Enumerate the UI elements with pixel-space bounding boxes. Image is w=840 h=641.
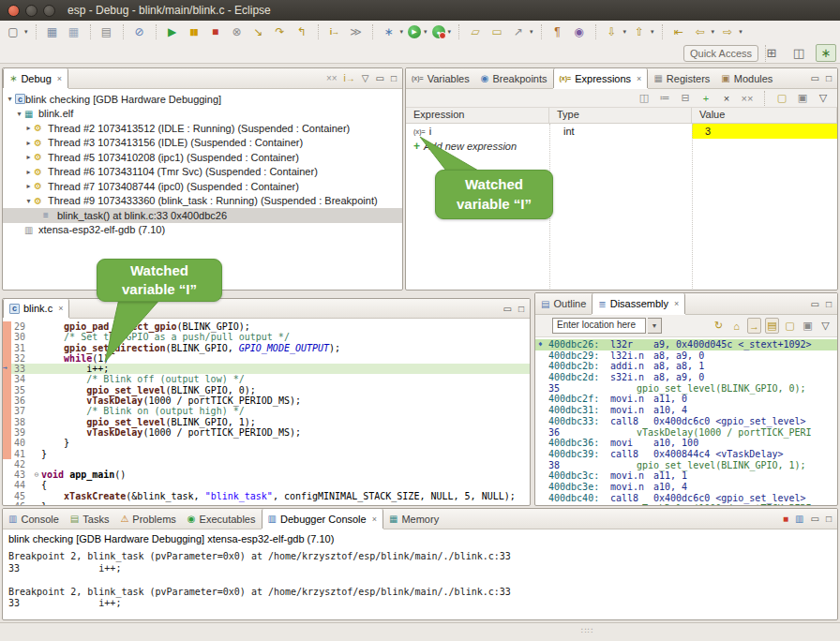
- dropdown-arrow-icon[interactable]: ▾: [651, 28, 654, 36]
- add-expression-icon[interactable]: +: [699, 90, 712, 106]
- step-over-icon[interactable]: ↷: [272, 24, 289, 40]
- view-menu-icon[interactable]: ▽: [817, 90, 830, 106]
- code-line[interactable]: 32 while(1): [3, 353, 530, 364]
- tab-console[interactable]: ▥Console: [3, 509, 65, 529]
- disassembly-source-line[interactable]: 36vTaskDelay(1000 / portTICK_PERI: [535, 427, 837, 439]
- terminate-icon[interactable]: ■: [783, 514, 788, 524]
- code-line[interactable]: 31 gpio_set_direction(BLINK_GPIO, GPIO_M…: [3, 343, 530, 353]
- export-icon[interactable]: ▣: [796, 90, 809, 106]
- code-line[interactable]: 29 gpio_pad_select_gpio(BLINK_GPIO);: [3, 321, 530, 332]
- expand-arrow-icon[interactable]: ▾: [5, 95, 15, 103]
- remove-expression-icon[interactable]: ×: [720, 90, 733, 106]
- show-logical-structure-icon[interactable]: ≔: [658, 90, 671, 106]
- tab-breakpoints[interactable]: ◉Breakpoints: [475, 68, 553, 88]
- view-menu-icon[interactable]: ▽: [818, 318, 832, 334]
- disassembly-line[interactable]: 400dbc29:l32i.na8, a9, 0: [535, 350, 837, 362]
- remove-all-expressions-icon[interactable]: ××: [741, 90, 754, 106]
- next-annotation-icon[interactable]: ⇧: [631, 24, 648, 40]
- code-line[interactable]: 44{: [3, 480, 530, 490]
- disconnect-icon[interactable]: ⊗: [229, 24, 246, 40]
- run-icon[interactable]: ▶: [408, 25, 421, 38]
- annotation-ruler[interactable]: [3, 343, 11, 353]
- cpp-perspective-icon[interactable]: ◫: [788, 44, 809, 62]
- expand-arrow-icon[interactable]: ▸: [23, 168, 34, 176]
- debug-tree-item[interactable]: ▾cblink checking [GDB Hardware Debugging…: [3, 92, 402, 107]
- debug-tree-item-selected[interactable]: ≡blink_task() at blink.c:33 0x400dbc26: [3, 208, 402, 223]
- dropdown-arrow-icon[interactable]: ▾: [623, 28, 627, 36]
- tab-problems[interactable]: ⚠Problems: [114, 509, 181, 529]
- disassembly-line-current[interactable]: ♦400dbc26:l32ra9, 0x400d045c <_stext+109…: [535, 339, 837, 350]
- disassembly-line[interactable]: 400dbc33:call80x400dc6c0 <gpio_set_level…: [535, 416, 837, 427]
- column-type[interactable]: Type: [549, 108, 692, 123]
- profile-icon[interactable]: ●: [432, 25, 445, 38]
- code-line[interactable]: 41}: [3, 449, 530, 459]
- debug-tree-item[interactable]: ▥xtensa-esp32-elf-gdb (7.10): [3, 223, 402, 238]
- pin-view-icon[interactable]: ▣: [801, 318, 815, 334]
- close-button[interactable]: [8, 5, 20, 17]
- close-icon[interactable]: ×: [674, 299, 679, 308]
- tab-debug[interactable]: ∗Debug×: [3, 68, 68, 88]
- code-line[interactable]: 38 gpio_set_level(BLINK_GPIO, 1);: [3, 417, 530, 427]
- view-menu-icon[interactable]: ▽: [362, 73, 369, 83]
- new-view-icon[interactable]: ▢: [775, 90, 788, 106]
- minimize-icon[interactable]: ▭: [811, 73, 819, 83]
- suspend-icon[interactable]: ▮▮: [186, 24, 202, 40]
- skip-all-breakpoints-icon[interactable]: ⊘: [131, 24, 148, 40]
- show-source-icon[interactable]: ▤: [765, 318, 779, 334]
- code-line[interactable]: 36 vTaskDelay(1000 / portTICK_PERIOD_MS)…: [3, 395, 530, 406]
- quick-access-button[interactable]: Quick Access: [683, 45, 758, 62]
- debug-tree-item[interactable]: ▸⚙Thread #5 1073410208 (ipc1) (Suspended…: [3, 150, 402, 165]
- annotation-ruler[interactable]: [3, 449, 11, 459]
- dropdown-arrow-icon[interactable]: ▾: [530, 28, 533, 36]
- sync-pc-icon[interactable]: →: [747, 318, 761, 334]
- annotation-ruler[interactable]: [3, 470, 11, 480]
- instruction-step-icon[interactable]: i→: [326, 24, 343, 40]
- code-line[interactable]: 40 }: [3, 438, 530, 448]
- previous-annotation-icon[interactable]: ⇩: [604, 24, 621, 40]
- disassembly-line[interactable]: 400dbc2f:movi.na11, 0: [535, 394, 837, 405]
- maximize-icon[interactable]: □: [826, 514, 832, 524]
- step-into-icon[interactable]: ↘: [250, 24, 267, 40]
- home-icon[interactable]: ⌂: [729, 318, 743, 334]
- tab-outline[interactable]: ▤Outline: [535, 293, 592, 314]
- code-line[interactable]: 37 /* Blink on (output high) */: [3, 406, 530, 416]
- annotation-ruler[interactable]: [3, 417, 11, 427]
- debug-tree-item[interactable]: ▾⚙Thread #9 1073433360 (blink_task : Run…: [3, 194, 402, 209]
- debug-perspective-icon[interactable]: ∗: [816, 44, 836, 62]
- maximize-icon[interactable]: □: [518, 304, 524, 314]
- open-folder-icon[interactable]: ▱: [467, 24, 484, 40]
- debug-tree-item[interactable]: ▸⚙Thread #3 1073413156 (IDLE) (Suspended…: [3, 136, 402, 151]
- expand-arrow-icon[interactable]: ▸: [23, 182, 34, 190]
- disassembly-line[interactable]: 400dbc2b:addi.na8, a8, 1: [535, 361, 837, 372]
- save-icon[interactable]: ▦: [44, 24, 61, 40]
- disassembly-line[interactable]: 400dbc3c:movi.na11, 1: [535, 470, 837, 482]
- add-expression-row[interactable]: + Add new expression: [406, 139, 837, 154]
- dropdown-arrow-icon[interactable]: ▾: [424, 28, 428, 36]
- close-icon[interactable]: ×: [372, 514, 377, 524]
- fold-marker-icon[interactable]: ⊖: [32, 470, 41, 480]
- dropdown-arrow-icon[interactable]: ▾: [712, 28, 715, 36]
- expand-arrow-icon[interactable]: ▸: [23, 153, 34, 161]
- tab-variables[interactable]: (x)=Variables: [406, 68, 475, 88]
- disassembly-line[interactable]: 400dbc31:movi.na10, 4: [535, 405, 837, 416]
- tab-memory[interactable]: ▦Memory: [383, 509, 444, 529]
- maximize-icon[interactable]: □: [391, 73, 397, 83]
- annotation-ruler[interactable]: [3, 459, 11, 470]
- minimize-button[interactable]: [25, 5, 38, 17]
- open-perspective-icon[interactable]: ⊞: [761, 44, 782, 62]
- dropdown-arrow-icon[interactable]: ▾: [739, 28, 742, 36]
- forward-icon[interactable]: ⇨: [719, 24, 736, 40]
- tab-executables[interactable]: ◉Executables: [182, 509, 262, 529]
- expand-arrow-icon[interactable]: ▸: [23, 124, 34, 132]
- annotation-ruler[interactable]: →: [3, 364, 11, 374]
- annotation-ruler[interactable]: [3, 491, 11, 501]
- expression-value[interactable]: 3: [692, 124, 837, 139]
- debug-tree-item[interactable]: ▸⚙Thread #2 1073413512 (IDLE : Running) …: [3, 121, 402, 136]
- maximize-button[interactable]: [43, 5, 55, 17]
- launch-config-icon[interactable]: ↗: [510, 24, 527, 40]
- last-edit-location-icon[interactable]: ⇤: [670, 24, 687, 40]
- refresh-icon[interactable]: ↻: [712, 318, 726, 334]
- dropdown-arrow-icon[interactable]: ▾: [400, 28, 404, 36]
- tab-disassembly[interactable]: ≣Disassembly×: [592, 293, 685, 314]
- collapse-all-icon[interactable]: ⊟: [679, 90, 692, 106]
